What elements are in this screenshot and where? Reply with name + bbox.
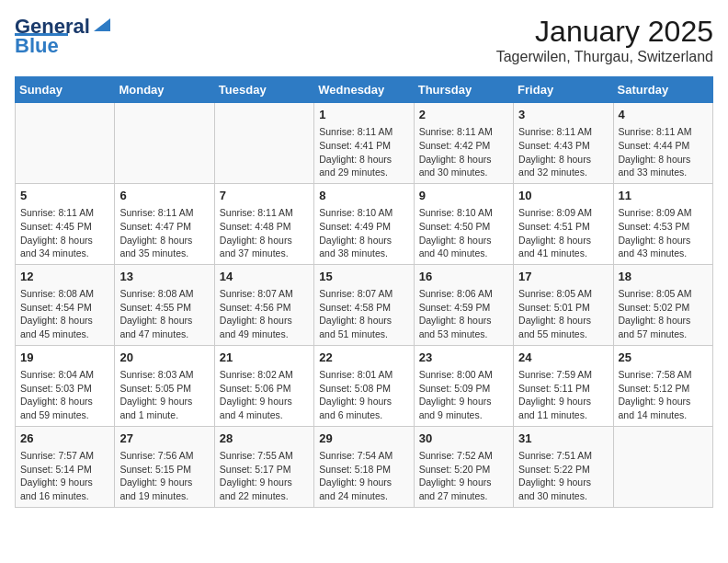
day-info: Sunrise: 8:08 AM Sunset: 4:55 PM Dayligh… — [119, 287, 209, 341]
day-number: 20 — [119, 350, 209, 366]
day-info: Sunrise: 8:11 AM Sunset: 4:41 PM Dayligh… — [319, 125, 408, 179]
calendar-cell: 20Sunrise: 8:03 AM Sunset: 5:05 PM Dayli… — [115, 345, 214, 426]
day-info: Sunrise: 8:11 AM Sunset: 4:45 PM Dayligh… — [20, 206, 109, 260]
day-info: Sunrise: 7:56 AM Sunset: 5:15 PM Dayligh… — [119, 449, 209, 503]
day-info: Sunrise: 8:04 AM Sunset: 5:03 PM Dayligh… — [20, 368, 109, 422]
day-number: 15 — [319, 269, 408, 285]
day-info: Sunrise: 8:05 AM Sunset: 5:02 PM Dayligh… — [619, 287, 708, 341]
page-title: January 2025 — [496, 15, 713, 49]
calendar-week-row: 5Sunrise: 8:11 AM Sunset: 4:45 PM Daylig… — [16, 183, 713, 264]
day-number: 4 — [619, 107, 708, 123]
day-number: 21 — [220, 350, 309, 366]
day-number: 7 — [220, 188, 309, 204]
svg-marker-0 — [94, 18, 110, 31]
day-info: Sunrise: 8:11 AM Sunset: 4:47 PM Dayligh… — [119, 206, 209, 260]
day-number: 28 — [220, 431, 309, 447]
day-number: 25 — [619, 350, 708, 366]
day-number: 11 — [619, 188, 708, 204]
calendar-cell: 3Sunrise: 8:11 AM Sunset: 4:43 PM Daylig… — [514, 103, 613, 184]
calendar-cell: 28Sunrise: 7:55 AM Sunset: 5:17 PM Dayli… — [214, 426, 313, 507]
calendar-cell: 10Sunrise: 8:09 AM Sunset: 4:51 PM Dayli… — [514, 183, 613, 264]
day-header-sunday: Sunday — [16, 77, 115, 103]
day-info: Sunrise: 8:00 AM Sunset: 5:09 PM Dayligh… — [419, 368, 508, 422]
calendar-cell: 4Sunrise: 8:11 AM Sunset: 4:44 PM Daylig… — [613, 103, 712, 184]
page-header: General Blue January 2025 Tagerwilen, Th… — [15, 15, 713, 65]
calendar-cell: 11Sunrise: 8:09 AM Sunset: 4:53 PM Dayli… — [613, 183, 712, 264]
logo-triangle-icon — [92, 15, 112, 35]
day-info: Sunrise: 8:11 AM Sunset: 4:48 PM Dayligh… — [220, 206, 309, 260]
calendar-table: SundayMondayTuesdayWednesdayThursdayFrid… — [15, 76, 713, 508]
calendar-week-row: 19Sunrise: 8:04 AM Sunset: 5:03 PM Dayli… — [16, 345, 713, 426]
day-info: Sunrise: 8:05 AM Sunset: 5:01 PM Dayligh… — [518, 287, 608, 341]
logo-blue: Blue — [15, 36, 59, 56]
calendar-cell — [613, 426, 712, 507]
calendar-cell — [16, 103, 115, 184]
day-number: 29 — [319, 431, 408, 447]
calendar-cell — [214, 103, 313, 184]
calendar-cell: 29Sunrise: 7:54 AM Sunset: 5:18 PM Dayli… — [314, 426, 414, 507]
calendar-cell: 1Sunrise: 8:11 AM Sunset: 4:41 PM Daylig… — [314, 103, 414, 184]
day-info: Sunrise: 8:07 AM Sunset: 4:56 PM Dayligh… — [220, 287, 309, 341]
calendar-cell: 30Sunrise: 7:52 AM Sunset: 5:20 PM Dayli… — [414, 426, 513, 507]
day-info: Sunrise: 7:59 AM Sunset: 5:11 PM Dayligh… — [518, 368, 608, 422]
day-header-monday: Monday — [115, 77, 214, 103]
day-number: 12 — [20, 269, 109, 285]
calendar-cell: 16Sunrise: 8:06 AM Sunset: 4:59 PM Dayli… — [414, 264, 513, 345]
day-info: Sunrise: 7:51 AM Sunset: 5:22 PM Dayligh… — [518, 449, 608, 503]
calendar-cell: 2Sunrise: 8:11 AM Sunset: 4:42 PM Daylig… — [414, 103, 513, 184]
day-info: Sunrise: 8:01 AM Sunset: 5:08 PM Dayligh… — [319, 368, 408, 422]
title-block: January 2025 Tagerwilen, Thurgau, Switze… — [496, 15, 713, 65]
calendar-cell: 7Sunrise: 8:11 AM Sunset: 4:48 PM Daylig… — [214, 183, 313, 264]
day-info: Sunrise: 7:58 AM Sunset: 5:12 PM Dayligh… — [619, 368, 708, 422]
day-info: Sunrise: 7:55 AM Sunset: 5:17 PM Dayligh… — [220, 449, 309, 503]
day-number: 30 — [419, 431, 508, 447]
day-info: Sunrise: 8:07 AM Sunset: 4:58 PM Dayligh… — [319, 287, 408, 341]
day-info: Sunrise: 8:11 AM Sunset: 4:44 PM Dayligh… — [619, 125, 708, 179]
calendar-cell: 5Sunrise: 8:11 AM Sunset: 4:45 PM Daylig… — [16, 183, 115, 264]
calendar-cell: 24Sunrise: 7:59 AM Sunset: 5:11 PM Dayli… — [514, 345, 613, 426]
day-number: 19 — [20, 350, 109, 366]
day-info: Sunrise: 8:09 AM Sunset: 4:51 PM Dayligh… — [518, 206, 608, 260]
calendar-cell: 14Sunrise: 8:07 AM Sunset: 4:56 PM Dayli… — [214, 264, 313, 345]
day-info: Sunrise: 8:10 AM Sunset: 4:49 PM Dayligh… — [319, 206, 408, 260]
day-number: 1 — [319, 107, 408, 123]
day-info: Sunrise: 7:57 AM Sunset: 5:14 PM Dayligh… — [20, 449, 109, 503]
calendar-cell: 22Sunrise: 8:01 AM Sunset: 5:08 PM Dayli… — [314, 345, 414, 426]
day-number: 13 — [119, 269, 209, 285]
calendar-header-row: SundayMondayTuesdayWednesdayThursdayFrid… — [16, 77, 713, 103]
day-number: 17 — [518, 269, 608, 285]
day-number: 22 — [319, 350, 408, 366]
calendar-cell: 18Sunrise: 8:05 AM Sunset: 5:02 PM Dayli… — [613, 264, 712, 345]
day-number: 8 — [319, 188, 408, 204]
day-info: Sunrise: 8:06 AM Sunset: 4:59 PM Dayligh… — [419, 287, 508, 341]
day-number: 23 — [419, 350, 508, 366]
day-info: Sunrise: 8:11 AM Sunset: 4:43 PM Dayligh… — [518, 125, 608, 179]
day-header-saturday: Saturday — [613, 77, 712, 103]
day-info: Sunrise: 8:11 AM Sunset: 4:42 PM Dayligh… — [419, 125, 508, 179]
calendar-cell: 6Sunrise: 8:11 AM Sunset: 4:47 PM Daylig… — [115, 183, 214, 264]
day-number: 6 — [119, 188, 209, 204]
day-number: 26 — [20, 431, 109, 447]
calendar-cell: 8Sunrise: 8:10 AM Sunset: 4:49 PM Daylig… — [314, 183, 414, 264]
calendar-cell: 26Sunrise: 7:57 AM Sunset: 5:14 PM Dayli… — [16, 426, 115, 507]
day-header-wednesday: Wednesday — [314, 77, 414, 103]
day-number: 16 — [419, 269, 508, 285]
calendar-cell: 25Sunrise: 7:58 AM Sunset: 5:12 PM Dayli… — [613, 345, 712, 426]
day-info: Sunrise: 8:02 AM Sunset: 5:06 PM Dayligh… — [220, 368, 309, 422]
day-number: 27 — [119, 431, 209, 447]
calendar-week-row: 12Sunrise: 8:08 AM Sunset: 4:54 PM Dayli… — [16, 264, 713, 345]
day-info: Sunrise: 8:08 AM Sunset: 4:54 PM Dayligh… — [20, 287, 109, 341]
calendar-cell: 13Sunrise: 8:08 AM Sunset: 4:55 PM Dayli… — [115, 264, 214, 345]
day-info: Sunrise: 8:09 AM Sunset: 4:53 PM Dayligh… — [619, 206, 708, 260]
calendar-cell: 23Sunrise: 8:00 AM Sunset: 5:09 PM Dayli… — [414, 345, 513, 426]
day-number: 5 — [20, 188, 109, 204]
calendar-cell: 31Sunrise: 7:51 AM Sunset: 5:22 PM Dayli… — [514, 426, 613, 507]
calendar-cell — [115, 103, 214, 184]
calendar-cell: 27Sunrise: 7:56 AM Sunset: 5:15 PM Dayli… — [115, 426, 214, 507]
day-number: 10 — [518, 188, 608, 204]
calendar-cell: 15Sunrise: 8:07 AM Sunset: 4:58 PM Dayli… — [314, 264, 414, 345]
day-number: 2 — [419, 107, 508, 123]
calendar-week-row: 1Sunrise: 8:11 AM Sunset: 4:41 PM Daylig… — [16, 103, 713, 184]
day-number: 9 — [419, 188, 508, 204]
calendar-cell: 17Sunrise: 8:05 AM Sunset: 5:01 PM Dayli… — [514, 264, 613, 345]
